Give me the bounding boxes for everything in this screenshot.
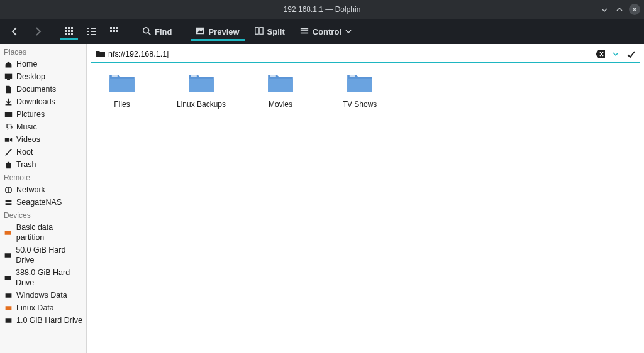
sidebar-item-label: Basic data partition <box>16 222 82 242</box>
drive-icon <box>4 291 13 300</box>
maximize-button[interactable] <box>614 4 625 15</box>
svg-rect-15 <box>110 27 112 29</box>
address-bar <box>91 46 640 63</box>
folder-label: Linux Backups <box>177 100 226 109</box>
sidebar-item-label: Windows Data <box>16 290 67 300</box>
svg-rect-3 <box>65 30 67 32</box>
sidebar-item-desktop[interactable]: Desktop <box>0 70 86 83</box>
sidebar-item-pictures[interactable]: Pictures <box>0 108 86 121</box>
svg-rect-28 <box>301 32 308 33</box>
folder-icon <box>108 72 136 96</box>
body: Places Home Desktop Documents Downloads … <box>0 44 644 353</box>
sidebar-item-basicdata[interactable]: Basic data partition <box>0 221 86 244</box>
svg-rect-12 <box>91 31 96 32</box>
address-dropdown-button[interactable] <box>610 48 621 60</box>
sidebar-item-linuxdata[interactable]: Linux Data <box>0 301 86 314</box>
svg-rect-7 <box>68 33 70 35</box>
svg-rect-46 <box>191 75 197 77</box>
remote-header: Remote <box>0 171 86 183</box>
sidebar-item-documents[interactable]: Documents <box>0 83 86 95</box>
control-button[interactable]: Control <box>295 23 357 41</box>
drive-icon <box>4 251 12 259</box>
sidebar-item-music[interactable]: Music <box>0 121 86 133</box>
svg-rect-8 <box>71 33 73 35</box>
address-input[interactable] <box>108 50 592 58</box>
folder-icon <box>187 72 215 96</box>
sidebar-item-downloads[interactable]: Downloads <box>0 95 86 108</box>
details-view-button[interactable] <box>83 23 101 40</box>
network-icon <box>4 185 13 194</box>
minimize-button[interactable] <box>599 4 610 15</box>
svg-rect-10 <box>91 28 96 29</box>
image-icon <box>196 26 204 37</box>
drive-icon <box>4 303 13 312</box>
sidebar-item-label: 1.0 GiB Hard Drive <box>16 315 82 325</box>
sidebar-item-label: Downloads <box>16 97 55 107</box>
sidebar-item-label: Videos <box>16 134 40 144</box>
svg-rect-42 <box>5 318 11 323</box>
sidebar-item-label: Documents <box>16 84 56 94</box>
close-button[interactable] <box>629 4 640 15</box>
drive-icon <box>4 273 12 282</box>
back-button[interactable] <box>6 23 24 40</box>
drive-icon <box>4 228 13 237</box>
sidebar-item-network[interactable]: Network <box>0 183 86 196</box>
sidebar-item-drive50[interactable]: 50.0 GiB Hard Drive <box>0 244 86 266</box>
folder-item[interactable]: TV Shows <box>335 72 385 109</box>
hamburger-icon <box>300 26 309 37</box>
sidebar-item-label: 50.0 GiB Hard Drive <box>16 245 82 265</box>
split-label: Split <box>267 27 285 36</box>
sidebar-item-label: Music <box>16 122 37 132</box>
sidebar-item-windowsdata[interactable]: Windows Data <box>0 289 86 301</box>
svg-rect-11 <box>87 31 89 32</box>
svg-rect-19 <box>113 30 115 32</box>
preview-label: Preview <box>208 27 239 36</box>
svg-rect-38 <box>5 253 11 258</box>
sidebar-item-label: Home <box>16 59 37 69</box>
svg-rect-20 <box>116 30 118 32</box>
folder-item[interactable]: Linux Backups <box>176 72 226 109</box>
trash-icon <box>4 160 13 169</box>
download-icon <box>4 97 13 106</box>
svg-rect-32 <box>4 138 9 142</box>
titlebar: 192.168.1.1 — Dolphin <box>0 0 644 19</box>
address-go-button[interactable] <box>625 48 636 60</box>
svg-rect-9 <box>87 28 89 29</box>
find-button[interactable]: Find <box>137 23 177 41</box>
svg-rect-37 <box>5 231 11 235</box>
folder-item[interactable]: Files <box>97 72 147 109</box>
svg-rect-29 <box>4 73 11 78</box>
svg-rect-35 <box>5 200 11 202</box>
svg-rect-17 <box>116 27 118 29</box>
documents-icon <box>4 85 13 94</box>
devices-header: Devices <box>0 209 86 221</box>
svg-rect-25 <box>259 27 262 34</box>
sidebar-item-videos[interactable]: Videos <box>0 133 86 146</box>
sidebar-item-home[interactable]: Home <box>0 58 86 70</box>
folder-item[interactable]: Movies <box>255 72 306 109</box>
split-icon <box>255 26 264 37</box>
split-button[interactable]: Split <box>250 23 290 41</box>
svg-rect-47 <box>268 79 293 92</box>
svg-rect-41 <box>5 306 11 310</box>
svg-rect-18 <box>110 30 112 32</box>
window-controls <box>599 4 640 15</box>
forward-button[interactable] <box>29 23 47 40</box>
svg-rect-44 <box>112 75 118 77</box>
sidebar-item-drive1[interactable]: 1.0 GiB Hard Drive <box>0 314 86 327</box>
icons-view-button[interactable] <box>60 23 78 40</box>
svg-rect-50 <box>350 75 355 77</box>
sidebar-item-seagatenas[interactable]: SeagateNAS <box>0 196 86 209</box>
preview-button[interactable]: Preview <box>191 23 244 41</box>
sidebar-item-trash[interactable]: Trash <box>0 158 86 171</box>
compact-view-button[interactable] <box>106 23 123 40</box>
places-header: Places <box>0 45 86 58</box>
svg-rect-31 <box>4 112 11 117</box>
sidebar-item-root[interactable]: Root <box>0 146 86 158</box>
file-view[interactable]: Files Linux Backups Movies TV Shows <box>87 63 644 350</box>
sidebar-item-drive388[interactable]: 388.0 GiB Hard Drive <box>0 266 86 289</box>
clear-address-button[interactable] <box>595 48 606 60</box>
svg-rect-4 <box>68 30 70 32</box>
window-title: 192.168.1.1 — Dolphin <box>284 5 361 14</box>
svg-rect-36 <box>5 203 11 205</box>
